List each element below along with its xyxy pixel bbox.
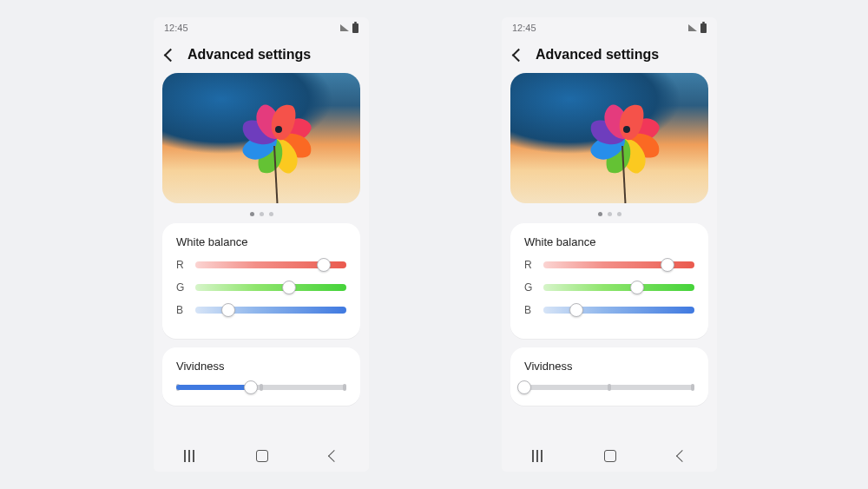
back-icon[interactable] xyxy=(512,48,526,62)
pager-dot[interactable] xyxy=(250,212,254,216)
header: Advanced settings xyxy=(154,36,369,73)
status-icons xyxy=(688,23,707,33)
white-balance-title: White balance xyxy=(176,235,346,248)
wb-slider-green[interactable] xyxy=(543,284,694,291)
vividness-title: Vividness xyxy=(176,360,346,373)
pinwheel-illustration xyxy=(586,89,664,167)
wb-label-green: G xyxy=(524,281,535,294)
battery-icon xyxy=(352,23,358,33)
wb-slider-blue[interactable] xyxy=(543,307,694,314)
status-bar: 12:45 xyxy=(154,17,369,36)
white-balance-card: White balance R G B xyxy=(510,223,708,339)
wb-slider-blue[interactable] xyxy=(195,307,346,314)
white-balance-title: White balance xyxy=(524,235,694,248)
recents-icon[interactable] xyxy=(184,450,194,462)
android-navbar xyxy=(154,440,369,472)
wb-slider-red[interactable] xyxy=(543,261,694,268)
vividness-title: Vividness xyxy=(524,360,694,373)
vividness-card: Vividness xyxy=(510,347,708,406)
nav-back-icon[interactable] xyxy=(328,450,340,462)
wb-label-red: R xyxy=(524,259,535,271)
preview-pager[interactable] xyxy=(502,210,717,223)
wb-row-green: G xyxy=(524,281,694,294)
pager-dot[interactable] xyxy=(598,212,602,216)
color-preview-image[interactable] xyxy=(162,73,360,203)
page-title: Advanced settings xyxy=(536,47,659,63)
color-preview-image[interactable] xyxy=(510,73,708,203)
wb-label-blue: B xyxy=(524,304,535,316)
wb-row-green: G xyxy=(176,281,346,294)
vividness-slider[interactable] xyxy=(176,385,346,390)
wb-row-blue: B xyxy=(176,304,346,316)
pager-dot[interactable] xyxy=(269,212,273,216)
wb-slider-red[interactable] xyxy=(195,261,346,268)
wb-label-red: R xyxy=(176,259,187,271)
battery-icon xyxy=(700,23,707,33)
home-icon[interactable] xyxy=(604,450,616,462)
nav-back-icon[interactable] xyxy=(676,450,688,462)
status-icons xyxy=(340,23,358,33)
signal-icon xyxy=(688,24,697,31)
wb-row-red: R xyxy=(176,259,346,271)
comparison-stage: 12:45 Advanced settings White balance xyxy=(0,0,868,489)
phone-right: 12:45 Advanced settings White balance xyxy=(502,17,717,472)
recents-icon[interactable] xyxy=(532,450,542,462)
wb-label-green: G xyxy=(176,281,187,294)
pager-dot[interactable] xyxy=(260,212,264,216)
wb-row-red: R xyxy=(524,259,694,271)
vividness-slider[interactable] xyxy=(524,385,694,390)
android-navbar xyxy=(502,440,717,472)
signal-icon xyxy=(340,24,349,31)
pinwheel-illustration xyxy=(238,89,316,167)
wb-label-blue: B xyxy=(176,304,187,316)
phone-left: 12:45 Advanced settings White balance xyxy=(154,17,369,472)
clock: 12:45 xyxy=(164,23,188,33)
back-icon[interactable] xyxy=(164,48,178,62)
pager-dot[interactable] xyxy=(617,212,621,216)
home-icon[interactable] xyxy=(256,450,268,462)
clock: 12:45 xyxy=(512,23,536,33)
wb-slider-green[interactable] xyxy=(195,284,346,291)
header: Advanced settings xyxy=(502,36,717,73)
page-title: Advanced settings xyxy=(187,47,311,63)
preview-pager[interactable] xyxy=(154,210,369,223)
vividness-card: Vividness xyxy=(162,347,360,406)
wb-row-blue: B xyxy=(524,304,694,316)
status-bar: 12:45 xyxy=(502,17,717,36)
white-balance-card: White balance R G B xyxy=(162,223,360,339)
pager-dot[interactable] xyxy=(608,212,612,216)
